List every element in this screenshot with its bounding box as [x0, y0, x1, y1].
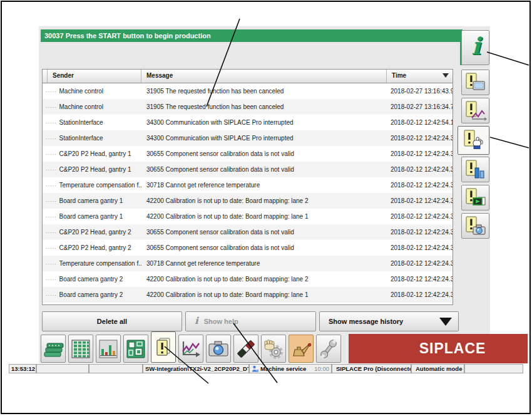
toolbar-error-messages-button[interactable] [151, 331, 176, 363]
sidebar-message-hand-button[interactable] [458, 126, 489, 155]
screenshot-root: 30037 Press the START button to begin pr… [0, 0, 532, 416]
message-hand-icon [462, 129, 486, 152]
figure-border [1, 1, 531, 414]
error-messages-icon [152, 336, 175, 358]
